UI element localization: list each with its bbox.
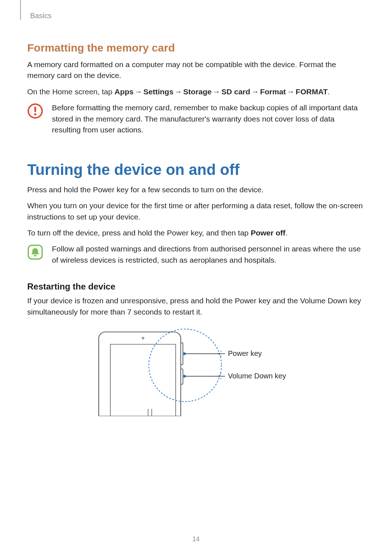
arrow-icon: → [134, 86, 143, 97]
path-step: FORMAT [296, 87, 328, 96]
text: . [285, 229, 287, 237]
warning-note: Before formatting the memory card, remem… [27, 102, 365, 135]
svg-rect-1 [34, 107, 36, 112]
heading-formatting-memory-card: Formatting the memory card [27, 42, 365, 54]
header-accent-bar [20, 0, 21, 20]
breadcrumb: Basics [27, 0, 365, 20]
arrow-icon: → [173, 86, 183, 97]
svg-rect-5 [181, 343, 183, 365]
paragraph: To turn off the device, press and hold t… [27, 227, 365, 238]
path-step: SD card [221, 87, 250, 96]
power-off-label: Power off [251, 229, 286, 237]
info-text: Follow all posted warnings and direction… [52, 243, 365, 266]
path-step: Format [260, 87, 286, 96]
arrow-icon: → [250, 86, 260, 97]
page-number: 14 [0, 535, 392, 543]
path-step: Storage [183, 87, 212, 96]
paragraph: Press and hold the Power key for a few s… [27, 184, 365, 195]
paragraph: A memory card formatted on a computer ma… [27, 59, 365, 81]
svg-rect-6 [181, 369, 183, 384]
heading-turning-device-on-off: Turning the device on and off [27, 161, 365, 178]
diagram-label-power-key: Power key [228, 349, 262, 358]
arrow-icon: → [286, 86, 296, 97]
path-step: Apps [114, 87, 134, 96]
path-suffix: . [328, 87, 330, 96]
bell-icon [27, 244, 43, 260]
heading-restarting-device: Restarting the device [27, 282, 365, 292]
diagram-label-volume-down-key: Volume Down key [228, 372, 286, 380]
info-note: Follow all posted warnings and direction… [27, 243, 365, 266]
warning-text: Before formatting the memory card, remem… [52, 102, 365, 135]
device-diagram: Power key Volume Down key [91, 325, 301, 416]
path-prefix: On the Home screen, tap [27, 87, 114, 96]
caution-icon [27, 103, 43, 119]
navigation-path: On the Home screen, tap Apps→Settings→St… [27, 86, 365, 97]
paragraph: When you turn on your device for the fir… [27, 200, 365, 222]
path-step: Settings [143, 87, 173, 96]
paragraph: If your device is frozen and unresponsiv… [27, 295, 365, 317]
text: To turn off the device, press and hold t… [27, 229, 251, 237]
svg-point-2 [34, 113, 36, 115]
arrow-icon: → [212, 86, 221, 97]
